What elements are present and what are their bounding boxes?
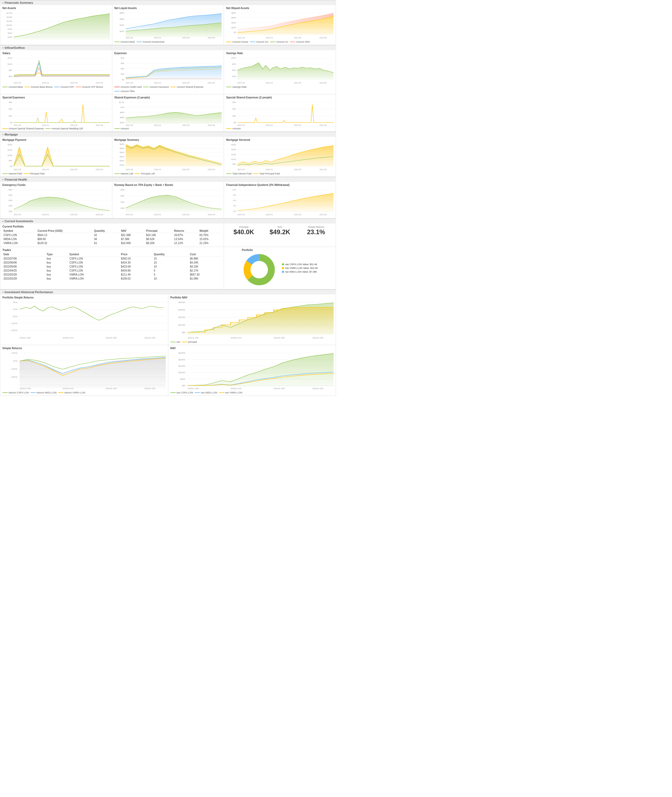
svg-text:20M: 20M — [8, 205, 13, 207]
expenses-legend: Amount Credit Card Amount Insurance Amou… — [114, 86, 222, 93]
shared-expenses-title: Shared Expenses (2 people) — [114, 96, 222, 99]
svg-text:60M: 60M — [120, 195, 124, 197]
svg-text:$3K: $3K — [121, 63, 125, 64]
svg-text:$6K: $6K — [232, 101, 236, 103]
svg-text:2022-05: 2022-05 — [182, 169, 189, 170]
svg-text:-20%: -20% — [10, 376, 18, 378]
svg-text:2021-09: 2021-09 — [14, 82, 21, 84]
svg-text:2022-01: 2022-01 — [62, 388, 74, 390]
svg-text:20M: 20M — [120, 207, 124, 209]
portfolio-table: Symbol Current Price (USD) Quantity NAV … — [2, 229, 222, 245]
svg-text:$25K: $25K — [232, 144, 236, 146]
svg-text:$600: $600 — [120, 117, 124, 118]
svg-text:2022-09: 2022-09 — [208, 37, 215, 39]
svg-text:50M: 50M — [8, 189, 13, 190]
simple-returns-chart: Simple Returns 10% 0% — [0, 345, 168, 396]
svg-text:2022-09: 2022-09 — [144, 337, 155, 339]
svg-text:2022-09: 2022-09 — [320, 82, 327, 84]
investments-section: – Current Investments Current Portfolio … — [0, 218, 336, 290]
svg-text:$0: $0 — [122, 79, 124, 80]
svg-text:6%: 6% — [233, 200, 236, 202]
trade-row: 2022/04/25buyCSPX.LON$434.805$2.17K — [2, 269, 222, 273]
principal-value: $40.0K — [226, 228, 261, 236]
financial-health-section: – Financial Health Emergency Funds — [0, 177, 336, 218]
special-shared-title: Special Shared Expenses (2 people) — [226, 96, 334, 99]
svg-text:0%: 0% — [13, 309, 18, 310]
svg-text:2022-01: 2022-01 — [266, 37, 273, 39]
svg-text:2022-09: 2022-09 — [144, 388, 155, 390]
svg-text:$1.2K: $1.2K — [119, 101, 124, 103]
svg-text:2022-05: 2022-05 — [294, 169, 301, 170]
mortgage-payment-legend: Interest Paid Principal Paid — [2, 172, 110, 175]
svg-text:2021-09: 2021-09 — [19, 388, 30, 390]
net-illiquid-chart: Net Illiquid Assets — [224, 5, 336, 45]
svg-text:2022-01: 2022-01 — [42, 169, 49, 170]
svg-text:2021-09: 2021-09 — [238, 37, 245, 39]
svg-text:2022-09: 2022-09 — [208, 169, 215, 170]
svg-text:$0: $0 — [234, 32, 236, 34]
svg-text:$3K: $3K — [9, 101, 13, 103]
svg-text:2022-11: 2022-11 — [104, 39, 110, 40]
svg-text:2022-07: 2022-07 — [84, 39, 91, 40]
col-nav: NAV — [120, 229, 145, 233]
svg-text:$75K: $75K — [8, 28, 13, 30]
historical-header: – Investment Historical Performance — [0, 290, 336, 294]
svg-text:$100K: $100K — [7, 24, 13, 26]
col-qty: Quantity — [93, 229, 120, 233]
svg-text:$80K: $80K — [120, 12, 124, 14]
trade-row: 2022/06/06buyCSPX.LON$424.3010$4.24K — [2, 261, 222, 265]
shared-expenses-legend: Amount — [114, 127, 222, 130]
svg-text:2022-09: 2022-09 — [312, 337, 323, 339]
svg-text:40%: 40% — [232, 75, 236, 77]
net-liquid-legend: Amount Bank Amount Investments — [114, 40, 222, 43]
salary-chart: Salary $12K $10K $8K $6K 2021-09 — [0, 50, 112, 94]
svg-text:2022-05: 2022-05 — [294, 37, 301, 39]
salary-title: Salary — [2, 52, 110, 55]
svg-text:-15%: -15% — [10, 330, 18, 331]
svg-text:2022-05: 2022-05 — [274, 337, 284, 339]
svg-text:2022-01: 2022-01 — [154, 169, 161, 170]
svg-text:-10%: -10% — [10, 322, 18, 324]
portfolio-row-cspx: CSPX.LON$564.1342$31.38K$24.16K29.87%63.… — [2, 233, 222, 237]
trade-row: 2022/03/28buyVWRA.LON$111.465$557.30 — [2, 273, 222, 277]
svg-text:$175K: $175K — [7, 12, 13, 14]
portfolio-nav-legend: nav principal — [170, 341, 334, 343]
inflow-section: – Inflow/Outflow Salary $12K $10K $8K $6… — [0, 45, 336, 132]
svg-text:2022-05: 2022-05 — [182, 37, 189, 39]
svg-text:$60K: $60K — [232, 17, 236, 19]
svg-text:2022-01: 2022-01 — [266, 214, 273, 216]
svg-text:2022-05: 2022-05 — [182, 125, 189, 126]
special-shared-legend: Amount — [226, 127, 334, 130]
nav-chart-title: NAV — [170, 347, 334, 350]
svg-text:$125K: $125K — [7, 20, 13, 22]
svg-text:$40K: $40K — [120, 152, 124, 154]
svg-text:$20K: $20K — [178, 317, 186, 318]
special-shared-chart: Special Shared Expenses (2 people) $6K $… — [224, 94, 336, 132]
mortgage-header: – Mortgage — [0, 132, 336, 137]
portfolio-stats: Principal $40.0K NAV $49.2K Simple Retur… — [224, 224, 336, 247]
svg-text:2%: 2% — [233, 210, 236, 212]
portfolio-returns-title: Portfolio Simple Returns — [2, 296, 166, 299]
svg-text:2021-09: 2021-09 — [238, 125, 245, 126]
svg-text:$5K: $5K — [9, 160, 13, 162]
col-price: Current Price (USD) — [37, 229, 93, 233]
svg-text:-5%: -5% — [12, 315, 18, 317]
trades-title: Trades — [2, 249, 222, 251]
financial-health-header: – Financial Health — [0, 177, 336, 182]
svg-text:$0: $0 — [182, 385, 185, 386]
svg-text:$2K: $2K — [232, 115, 236, 117]
svg-text:5%: 5% — [13, 301, 18, 303]
trade-row: 2022/02/28buyVWRA.LON$109.0210$1.09K — [2, 277, 222, 281]
svg-text:$0: $0 — [234, 122, 236, 123]
svg-text:2021-09: 2021-09 — [14, 169, 21, 170]
svg-text:$2K: $2K — [121, 68, 125, 70]
svg-text:2022-01: 2022-01 — [62, 337, 74, 339]
trades-col-date: Date — [2, 252, 46, 257]
svg-text:$4K: $4K — [121, 57, 125, 59]
col-weight: Weight — [198, 229, 222, 233]
svg-text:$800: $800 — [120, 112, 124, 113]
svg-text:2022-01: 2022-01 — [230, 388, 242, 390]
expenses-chart: Expenses $4K $3K $2K — [112, 50, 224, 94]
svg-text:10%: 10% — [232, 189, 236, 190]
svg-text:$1K: $1K — [121, 106, 125, 108]
